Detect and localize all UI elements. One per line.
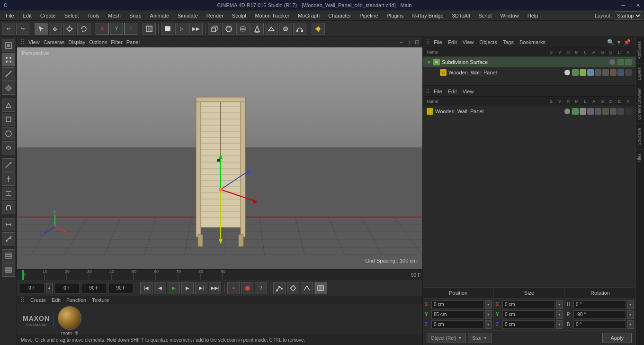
3d-viewport[interactable]: Perspective [17,47,422,269]
sidebar-tool1[interactable] [2,99,15,112]
tag-xtra4[interactable] [610,69,617,76]
sidebar-magnet-tool[interactable] [2,201,15,214]
obj-expand-sub[interactable]: ▼ [427,60,431,65]
vp-menu-cameras[interactable]: Cameras [44,39,65,45]
mat-texture-menu[interactable]: Texture [92,297,109,303]
obj-filter-icon[interactable]: ▼ [616,39,622,45]
sidebar-tool2[interactable] [2,113,15,126]
sidebar-layer-tool2[interactable] [2,263,15,277]
attr-icon4[interactable] [595,108,601,115]
mat-create-menu[interactable]: Create [30,297,46,303]
scale-tool-button[interactable] [63,23,76,35]
minimize-btn[interactable]: ─ [622,2,626,9]
end-frame-display[interactable]: 90 F [108,283,134,293]
sidebar-mode-polygon[interactable] [2,82,15,95]
vtab-attributes[interactable]: Attributes [636,37,644,63]
menu-tools[interactable]: Tools [83,12,103,19]
prev-frame-btn[interactable]: ◀ [154,282,166,294]
pos-z-field[interactable]: 0 cm [431,320,484,329]
size-y-field[interactable]: 0 cm [502,310,555,319]
menu-pipeline[interactable]: Pipeline [356,12,382,19]
menu-window[interactable]: Window [497,12,523,19]
attr-icon5[interactable] [602,108,609,115]
record-active-btn[interactable]: ⬤ [241,282,253,294]
attr-icon1[interactable] [572,108,579,115]
obj-menu-tags[interactable]: Tags [501,39,516,45]
obj-menu-view[interactable]: View [461,39,476,45]
mat-sphere[interactable] [58,306,81,330]
record-btn[interactable]: ● [227,282,240,294]
max-frame-display[interactable]: 90 F [81,283,107,293]
tag-xtra5[interactable] [617,69,624,76]
sidebar-bridge-tool[interactable] [2,187,15,200]
vtab-tiles[interactable]: Tiles [636,149,644,166]
pos-x-arrow[interactable]: ▼ [485,300,492,309]
vp-menu-options[interactable]: Options [89,39,107,45]
vp-menu-display[interactable]: Display [68,39,85,45]
tag1[interactable] [617,59,624,65]
sidebar-measure-tool[interactable] [2,218,15,231]
view-cylinder-btn[interactable] [236,23,250,35]
rot-p-field[interactable]: -90 ° [573,310,626,319]
tag2[interactable] [625,59,632,65]
sidebar-mode-object[interactable] [2,39,15,52]
pos-x-field[interactable]: 0 cm [431,300,484,309]
menu-select[interactable]: Select [61,12,83,19]
vtab-structure[interactable]: Structure [636,124,644,149]
pos-z-arrow[interactable]: ▼ [485,320,492,329]
sidebar-layer-tool[interactable] [2,249,15,263]
playback-btn3[interactable]: ▶▶ [189,23,203,35]
min-frame-display[interactable]: 0 F [54,283,80,293]
sidebar-mode-points[interactable] [2,53,15,66]
rot-h-field[interactable]: 0 ° [573,300,626,309]
frame-step-up[interactable]: ▲ [46,283,53,293]
view-cube-btn[interactable] [208,23,221,35]
tag-mat[interactable] [580,69,586,76]
sidebar-tool3[interactable] [2,127,15,140]
tag-xtra2[interactable] [595,69,601,76]
pos-y-field[interactable]: 85 cm [431,310,484,319]
obj-menu-objects[interactable]: Objects [477,39,499,45]
obj-pin-icon[interactable]: 📌 [624,39,631,45]
axis-z-button[interactable]: Z [124,23,137,35]
layout-select[interactable]: Startup [615,11,642,20]
obj-menu-edit[interactable]: Edit [446,39,459,45]
help-btn[interactable]: ? [255,282,267,294]
size-dropdown-btn[interactable]: Size ▼ [468,333,491,343]
playback-btn2[interactable]: ▷ [175,23,188,35]
obj-row-wooden-panel[interactable]: □ Wooden_Wall_Panel [423,67,635,78]
menu-mograph[interactable]: MoGraph [294,12,323,19]
rotate-tool-button[interactable] [77,23,90,35]
move-tool-button[interactable]: ✥ [49,23,62,35]
next-frame-btn[interactable]: ▶ [181,282,194,294]
goto-start-btn[interactable]: |◀ [140,282,152,294]
attr-icon7[interactable] [617,108,624,115]
attr-obj-row[interactable]: Wooden_Wall_Panel [423,106,635,117]
menu-script[interactable]: Script [474,12,495,19]
attr-menu-view[interactable]: View [461,89,476,94]
obj-row-subdivision[interactable]: ▼ ⊞ Subdivision Surface [423,57,635,67]
menu-plugins[interactable]: Plugins [383,12,407,19]
sidebar-tool4[interactable] [2,141,15,154]
size-z-arrow[interactable]: ▼ [556,320,563,329]
view-cone-btn[interactable] [250,23,264,35]
menu-help[interactable]: Help [524,12,542,19]
menu-snap[interactable]: Snap [125,12,145,19]
view-sphere-btn[interactable] [222,23,235,35]
tag-phong[interactable] [572,69,579,76]
3d-object-wooden-panel[interactable] [178,95,273,256]
close-btn[interactable]: ✕ [636,2,640,9]
apply-button[interactable]: Apply [602,333,632,343]
rot-b-arrow[interactable]: ▼ [627,320,634,329]
vp-menu-filter[interactable]: Filter [111,39,122,45]
rot-b-field[interactable]: 0 ° [573,320,626,329]
obj-search-icon[interactable]: 🔍 [607,39,614,45]
undo-button[interactable]: ↩ [2,23,15,35]
maximize-btn[interactable]: □ [629,2,632,9]
current-frame-display[interactable]: 0 F [19,283,45,293]
obj-menu-file[interactable]: File [432,39,444,45]
menu-edit[interactable]: Edit [19,12,36,19]
menu-sculpt[interactable]: Sculpt [228,12,250,19]
menu-3dtoall[interactable]: 3DToAll [448,12,474,19]
vp-menu-panel[interactable]: Panel [126,39,140,45]
